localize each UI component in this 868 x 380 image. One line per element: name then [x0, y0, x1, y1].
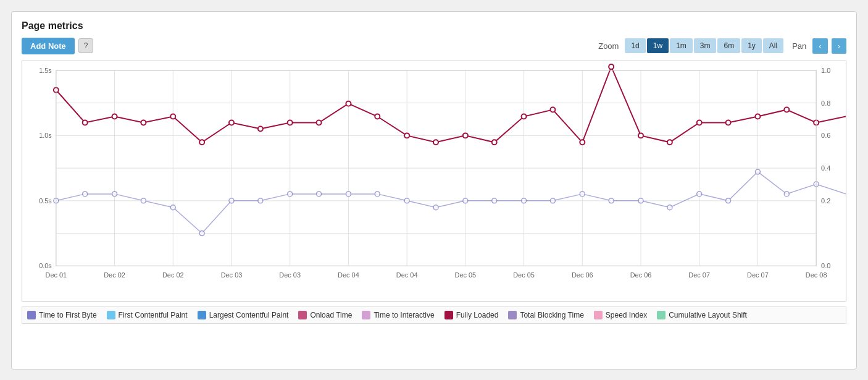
- svg-text:0.6: 0.6: [821, 132, 830, 139]
- svg-point-79: [229, 198, 234, 203]
- svg-point-95: [697, 191, 702, 196]
- svg-point-56: [346, 101, 351, 106]
- svg-point-69: [726, 120, 731, 125]
- svg-text:0.2: 0.2: [821, 196, 830, 204]
- svg-point-86: [433, 205, 438, 209]
- legend-item-si: Speed Index: [594, 311, 647, 319]
- svg-point-97: [755, 169, 760, 174]
- svg-point-49: [141, 120, 146, 125]
- zoom-all[interactable]: All: [763, 38, 783, 53]
- svg-point-80: [258, 198, 263, 203]
- svg-point-76: [141, 198, 146, 203]
- svg-text:1.0: 1.0: [821, 66, 830, 74]
- svg-text:Dec 07: Dec 07: [688, 271, 710, 279]
- chart-container: 1.5s 1.0s 0.5s 0.0s 1.0 0.8 0.6 0.4 0.2 …: [22, 61, 846, 302]
- svg-text:Dec 02: Dec 02: [162, 271, 184, 279]
- svg-point-87: [463, 198, 468, 203]
- legend-item-tti: Time to Interactive: [362, 311, 434, 319]
- svg-text:Dec 08: Dec 08: [806, 271, 827, 279]
- svg-point-51: [199, 140, 204, 145]
- legend-item-ttfb: Time to First Byte: [27, 311, 97, 319]
- svg-point-96: [726, 198, 731, 203]
- legend-swatch-ttfb: [27, 311, 36, 319]
- svg-point-65: [609, 64, 614, 69]
- svg-text:Dec 03: Dec 03: [279, 271, 301, 279]
- zoom-label: Zoom: [598, 41, 619, 51]
- legend-label-onload: Onload Time: [310, 311, 352, 319]
- zoom-3m[interactable]: 3m: [694, 38, 717, 53]
- pan-left-button[interactable]: ‹: [812, 38, 827, 54]
- zoom-1d[interactable]: 1d: [625, 38, 645, 53]
- zoom-6m[interactable]: 6m: [717, 38, 740, 53]
- svg-point-55: [317, 120, 322, 125]
- zoom-1w[interactable]: 1w: [647, 38, 669, 53]
- svg-text:Dec 03: Dec 03: [221, 271, 243, 279]
- svg-point-48: [112, 114, 117, 119]
- svg-point-98: [784, 191, 789, 196]
- svg-text:Dec 04: Dec 04: [396, 271, 418, 279]
- svg-point-82: [317, 191, 322, 196]
- zoom-group: 1d 1w 1m 3m 6m 1y All: [625, 38, 783, 53]
- legend-label-si: Speed Index: [606, 311, 647, 319]
- svg-point-71: [784, 107, 789, 112]
- svg-point-57: [375, 114, 380, 119]
- svg-text:Dec 06: Dec 06: [572, 271, 593, 279]
- svg-point-89: [522, 198, 527, 203]
- svg-point-94: [667, 205, 672, 209]
- svg-point-90: [550, 198, 555, 203]
- svg-point-64: [580, 140, 585, 145]
- zoom-1m[interactable]: 1m: [670, 38, 693, 53]
- chart-svg: 1.5s 1.0s 0.5s 0.0s 1.0 0.8 0.6 0.4 0.2 …: [22, 61, 846, 301]
- legend-label-tbt: Total Blocking Time: [520, 311, 583, 319]
- legend-swatch-lcp: [198, 311, 206, 319]
- help-button[interactable]: ?: [78, 38, 94, 53]
- svg-point-81: [288, 191, 293, 196]
- svg-text:1.5s: 1.5s: [39, 66, 52, 74]
- zoom-1y[interactable]: 1y: [741, 38, 762, 53]
- legend-item-onload: Onload Time: [298, 311, 352, 319]
- legend-item-fcp: First Contentful Paint: [107, 311, 188, 319]
- svg-text:Dec 04: Dec 04: [338, 271, 359, 279]
- svg-text:1.0s: 1.0s: [39, 132, 52, 139]
- legend-item-fully-loaded: Fully Loaded: [444, 311, 499, 319]
- svg-point-75: [112, 191, 117, 196]
- svg-point-93: [638, 198, 643, 203]
- svg-text:Dec 05: Dec 05: [513, 271, 535, 279]
- pan-right-button[interactable]: ›: [832, 38, 846, 54]
- svg-text:Dec 06: Dec 06: [630, 271, 652, 279]
- svg-point-91: [580, 191, 585, 196]
- svg-point-52: [229, 120, 234, 125]
- add-note-button[interactable]: Add Note: [22, 38, 75, 54]
- legend-label-fully-loaded: Fully Loaded: [456, 311, 499, 319]
- svg-point-59: [433, 140, 438, 145]
- svg-point-54: [288, 120, 293, 125]
- legend-swatch-cls: [657, 311, 666, 319]
- svg-point-67: [667, 140, 672, 145]
- legend-label-cls: Cumulative Layout Shift: [669, 311, 747, 319]
- legend-swatch-si: [594, 311, 603, 319]
- svg-point-68: [697, 120, 702, 125]
- svg-point-62: [522, 114, 527, 119]
- svg-point-70: [755, 114, 760, 119]
- svg-text:0.0: 0.0: [821, 262, 830, 269]
- svg-text:Dec 05: Dec 05: [455, 271, 477, 279]
- svg-text:0.4: 0.4: [821, 164, 830, 172]
- legend-item-cls: Cumulative Layout Shift: [657, 311, 747, 319]
- svg-point-58: [404, 133, 409, 138]
- legend: Time to First Byte First Contentful Pain…: [22, 306, 846, 324]
- svg-point-63: [550, 107, 555, 112]
- svg-point-78: [199, 230, 204, 235]
- page-metrics-card: Page metrics Add Note ? Zoom 1d 1w 1m 3m…: [11, 11, 857, 369]
- legend-item-tbt: Total Blocking Time: [508, 311, 583, 319]
- legend-label-fcp: First Contentful Paint: [119, 311, 188, 319]
- svg-point-53: [258, 126, 263, 131]
- svg-point-92: [609, 198, 614, 203]
- svg-text:Dec 01: Dec 01: [45, 271, 67, 279]
- legend-swatch-fully-loaded: [444, 311, 453, 319]
- svg-point-66: [638, 133, 643, 138]
- legend-label-tti: Time to Interactive: [373, 311, 434, 319]
- svg-text:0.5s: 0.5s: [39, 196, 52, 204]
- svg-point-88: [492, 198, 497, 203]
- svg-rect-0: [22, 61, 846, 301]
- legend-swatch-onload: [298, 311, 307, 319]
